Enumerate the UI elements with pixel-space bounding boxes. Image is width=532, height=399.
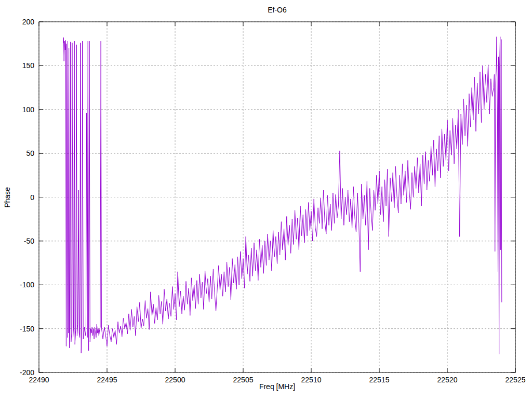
y-tick-label: 50 xyxy=(26,149,34,157)
y-tick-label: 100 xyxy=(22,105,35,114)
x-tick-label: 22500 xyxy=(165,376,185,384)
plot-window: Ef-O6 Phase Freq [MHz] 22490224952250022… xyxy=(0,0,532,399)
x-tick-label: 22510 xyxy=(301,376,322,384)
grid-layer xyxy=(39,22,515,373)
y-tick-label: -50 xyxy=(24,237,34,245)
x-tick-label: 22505 xyxy=(233,376,254,384)
x-tick-label: 22490 xyxy=(29,376,49,384)
phase-chart-canvas: 2249022495225002250522510225152252022525… xyxy=(0,0,532,399)
y-tick-label: 150 xyxy=(22,61,35,70)
series-layer xyxy=(63,37,502,354)
x-tick-label: 22495 xyxy=(97,376,117,384)
tick-label-layer: 2249022495225002250522510225152252022525… xyxy=(20,18,526,384)
y-tick-label: -200 xyxy=(20,368,34,377)
y-tick-label: -150 xyxy=(20,325,34,333)
y-tick-label: 0 xyxy=(30,193,34,202)
y-tick-label: 200 xyxy=(22,18,35,26)
phase-trace xyxy=(63,37,502,354)
x-tick-label: 22525 xyxy=(506,376,526,384)
x-tick-label: 22520 xyxy=(437,376,458,384)
x-tick-label: 22515 xyxy=(369,376,390,384)
y-tick-label: -100 xyxy=(20,281,34,289)
